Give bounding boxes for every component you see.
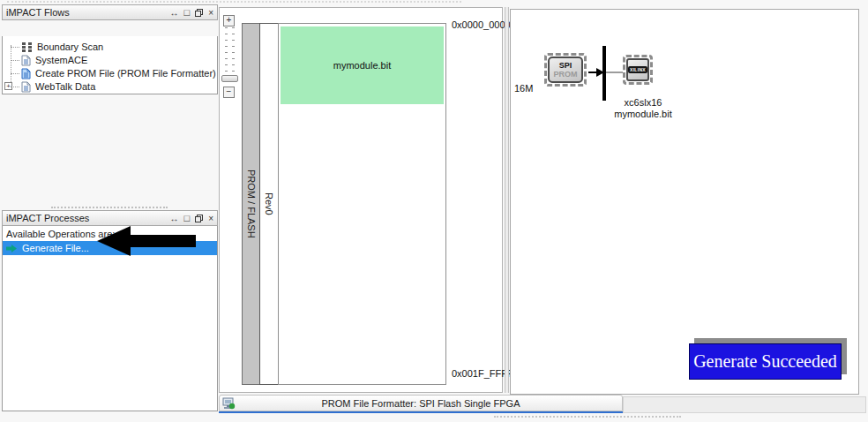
generate-succeeded-text: Generate Succeeded xyxy=(693,351,837,372)
spi-label: SPI xyxy=(559,61,572,70)
flow-item-systemace[interactable]: SystemACE xyxy=(3,54,217,66)
zoom-out-button[interactable]: − xyxy=(223,87,235,98)
generate-succeeded-message: Generate Succeeded xyxy=(689,343,842,380)
spi-prom-chip[interactable]: SPI PROM xyxy=(544,53,587,87)
flow-item-boundary-scan[interactable]: Boundary Scan xyxy=(3,41,217,53)
memory-address-space: mymodule.bit xyxy=(278,23,446,385)
status-tray xyxy=(623,396,866,413)
dock-icon[interactable] xyxy=(195,215,203,222)
maximize-icon[interactable]: □ xyxy=(184,9,191,17)
document-icon xyxy=(21,55,31,66)
flow-item-webtalk-data[interactable]: + WebTalk Data xyxy=(3,80,217,93)
operation-label: Generate File... xyxy=(22,243,89,253)
close-icon[interactable]: × xyxy=(208,215,213,222)
dock-edge-dots xyxy=(7,1,461,3)
document-icon xyxy=(21,81,31,93)
float-icon[interactable]: ↔ xyxy=(170,9,179,17)
document-icon-selected xyxy=(21,68,31,79)
formatter-status-icon xyxy=(222,397,236,411)
tree-stub xyxy=(11,47,19,48)
flows-window-controls: ↔ □ × xyxy=(170,9,214,17)
flows-titlebar[interactable]: iMPACT Flows ↔ □ × xyxy=(2,4,218,20)
flow-item-label: SystemACE xyxy=(35,55,87,65)
zoom-slider-track[interactable] xyxy=(225,27,235,76)
flow-item-create-prom-file[interactable]: Create PROM File (PROM File Formatter) xyxy=(3,67,217,79)
prom-density-label: 16M xyxy=(514,83,533,94)
boundary-scan-icon xyxy=(21,41,33,53)
fpga-file-label: mymodule.bit xyxy=(595,109,692,120)
zoom-slider-handle[interactable] xyxy=(221,75,238,82)
memory-map-panel: + − PROM / FLASH Rev0 mymodule.bit 0x000… xyxy=(219,7,503,393)
generate-file-arrow-icon xyxy=(6,245,18,252)
callout-arrow-icon xyxy=(97,226,131,256)
view-splitter[interactable] xyxy=(505,7,509,393)
float-icon[interactable]: ↔ xyxy=(170,215,179,222)
processes-panel-title: iMPACT Processes xyxy=(6,213,89,223)
prom-label: PROM xyxy=(554,70,578,79)
dock-edge-dots xyxy=(494,416,681,418)
status-bar: PROM File Formatter: SPI Flash Single FP… xyxy=(219,395,623,411)
close-icon[interactable]: × xyxy=(208,9,213,17)
panel-splitter-handle[interactable] xyxy=(51,207,168,208)
flow-item-label: Create PROM File (PROM File Formatter) xyxy=(35,68,216,79)
dock-icon[interactable] xyxy=(195,9,203,17)
start-address-label: 0x0000_0000 xyxy=(452,19,511,30)
callout-arrow-shaft xyxy=(129,235,196,247)
processes-titlebar[interactable]: iMPACT Processes ↔ □ × xyxy=(2,210,218,226)
status-progress-line xyxy=(219,411,623,413)
fpga-chip[interactable]: XILINX xyxy=(623,55,653,85)
processes-window-controls: ↔ □ × xyxy=(170,215,214,222)
xilinx-logo: XILINX xyxy=(628,66,647,73)
flows-panel-title: iMPACT Flows xyxy=(6,7,70,18)
flows-tree: Boundary Scan SystemACE Create PROM File… xyxy=(2,36,218,94)
impact-flows-panel: iMPACT Flows ↔ □ × Boundary Scan SystemA… xyxy=(2,4,218,204)
fpga-caption: xc6slx16 mymodule.bit xyxy=(595,97,692,120)
tree-stub xyxy=(11,73,19,74)
maximize-icon[interactable]: □ xyxy=(184,215,191,222)
revision-column: Rev0 xyxy=(259,23,279,385)
fpga-part-label: xc6slx16 xyxy=(595,97,692,109)
flow-item-label: WebTalk Data xyxy=(35,81,95,92)
prom-flash-column: PROM / FLASH xyxy=(242,23,260,385)
bus-bar xyxy=(602,46,606,101)
zoom-in-button[interactable]: + xyxy=(223,15,235,26)
flow-item-label: Boundary Scan xyxy=(37,41,103,52)
tree-stub xyxy=(11,87,19,87)
device-diagram-panel: 16M SPI PROM XILINX xc6slx16 mymodule.bi… xyxy=(510,9,859,395)
status-bar-text: PROM File Formatter: SPI Flash Single FP… xyxy=(322,398,520,409)
bitfile-memory-block[interactable]: mymodule.bit xyxy=(281,26,444,104)
tree-stub xyxy=(11,60,19,61)
